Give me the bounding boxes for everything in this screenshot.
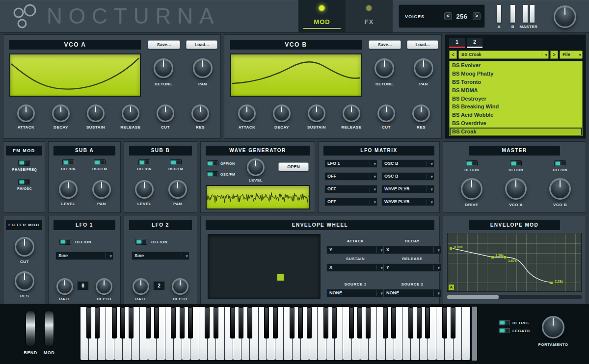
piano-black-key[interactable] (323, 307, 328, 338)
vco-b-pan-knob[interactable] (414, 58, 433, 78)
release-axis-select[interactable]: Y▾ (383, 263, 441, 272)
wave-gen-level-knob[interactable] (247, 158, 265, 176)
lfo-matrix-source-2[interactable]: OFF▾ (324, 172, 377, 181)
piano-black-key[interactable] (180, 307, 185, 338)
lfo-1-rate-value[interactable]: 8 (77, 281, 89, 290)
master-vcoa-knob[interactable] (505, 178, 527, 200)
envelope-handle-sustain[interactable] (504, 256, 507, 259)
preset-item[interactable]: BS MDMA (450, 86, 582, 95)
vco-b-load-button[interactable]: Load... (407, 40, 438, 49)
xy-pad-cursor[interactable] (277, 274, 284, 281)
source-1-select[interactable]: NONE▾ (326, 289, 384, 297)
master-vcoa-toggle[interactable] (510, 160, 522, 166)
piano-black-key[interactable] (264, 307, 269, 338)
piano-black-key[interactable] (273, 307, 278, 338)
piano-black-key[interactable] (366, 307, 371, 338)
vco-a-decay-knob[interactable] (52, 104, 70, 122)
piano-black-key[interactable] (298, 307, 303, 338)
vco-b-release-knob[interactable] (343, 104, 360, 122)
vco-a-detune-knob[interactable] (154, 58, 173, 78)
wave-gen-open-button[interactable]: OPEN (278, 162, 309, 171)
piano-black-key[interactable] (332, 307, 337, 338)
fader-master-right[interactable] (530, 5, 535, 23)
piano-black-key[interactable] (357, 307, 362, 338)
master-drive-toggle[interactable] (466, 160, 478, 166)
preset-item[interactable]: BS Overdrive (450, 119, 582, 128)
preset-item[interactable]: BS Evolver (450, 61, 582, 70)
lfo-matrix-source-1[interactable]: LFO 1▾ (324, 159, 377, 168)
tab-fx[interactable]: FX (346, 0, 393, 32)
preset-item[interactable]: BS Moog Phatty (450, 70, 582, 78)
sustain-axis-select[interactable]: X▾ (326, 263, 384, 272)
envelope-xy-pad[interactable] (208, 234, 321, 299)
vco-a-pan-knob[interactable] (193, 58, 213, 78)
filter-mod-res-knob[interactable] (15, 271, 34, 291)
lfo-matrix-dest-3[interactable]: WAVE PLYR▾ (381, 185, 434, 193)
preset-item[interactable]: BS Breaking Wind (450, 103, 582, 111)
preset-next-button[interactable]: > (550, 51, 558, 59)
lfo-1-rate-knob[interactable] (56, 278, 73, 295)
browser-tab-1[interactable]: 1 (449, 38, 465, 48)
piano-black-key[interactable] (417, 307, 422, 338)
piano-black-key[interactable] (391, 307, 396, 338)
phase-freq-toggle[interactable] (18, 160, 30, 166)
envelope-mod-graph[interactable]: 0.00s 1.26s 1.67s 2.28s A (447, 233, 582, 292)
legato-toggle[interactable] (499, 328, 510, 334)
vco-b-detune-knob[interactable] (375, 58, 394, 78)
fm-osc-toggle[interactable] (18, 179, 30, 185)
piano-black-key[interactable] (383, 307, 388, 338)
filter-mod-cut-knob[interactable] (15, 237, 34, 257)
sub-a-on-toggle[interactable] (62, 159, 74, 165)
fader-a[interactable] (497, 5, 501, 23)
fader-b[interactable] (510, 5, 515, 23)
vco-a-load-button[interactable]: Load... (186, 40, 217, 49)
vco-a-sustain-knob[interactable] (87, 104, 105, 122)
piano-keyboard[interactable] (80, 306, 471, 361)
piano-black-key[interactable] (188, 307, 193, 338)
piano-black-key[interactable] (214, 307, 218, 338)
retrig-toggle[interactable] (499, 320, 510, 326)
attack-axis-select[interactable]: Y▾ (326, 246, 384, 254)
vco-a-cut-knob[interactable] (157, 104, 174, 122)
piano-black-key[interactable] (205, 307, 210, 338)
sub-b-level-knob[interactable] (135, 180, 154, 199)
piano-black-key[interactable] (290, 307, 294, 338)
tab-mod[interactable]: MOD (298, 0, 346, 32)
preset-item-selected[interactable]: BS Croak (450, 128, 582, 136)
voices-increment-button[interactable]: > (473, 12, 481, 20)
lfo-matrix-source-3[interactable]: OFF▾ (324, 185, 377, 193)
portamento-knob[interactable] (542, 316, 564, 338)
sub-a-pan-knob[interactable] (92, 180, 111, 199)
lfo-1-wave-select[interactable]: Sine▾ (55, 252, 113, 260)
piano-black-key[interactable] (120, 307, 125, 338)
envelope-handle-release[interactable] (550, 281, 553, 285)
lfo-1-depth-knob[interactable] (96, 278, 112, 295)
master-drive-knob[interactable] (461, 178, 482, 200)
lfo-2-on-toggle[interactable] (135, 239, 147, 245)
lfo-1-on-toggle[interactable] (59, 239, 71, 245)
sub-b-oscfm-toggle[interactable] (170, 159, 182, 165)
browser-tab-2[interactable]: 2 (467, 38, 482, 48)
lfo-matrix-source-4[interactable]: OFF▾ (324, 198, 377, 206)
vco-b-decay-knob[interactable] (273, 104, 291, 122)
piano-black-key[interactable] (171, 307, 176, 338)
piano-black-key[interactable] (129, 307, 134, 338)
envelope-scrollbar-track[interactable] (447, 295, 582, 299)
preset-item[interactable]: BS Acid Wobble (450, 111, 582, 119)
sub-a-level-knob[interactable] (59, 180, 78, 199)
piano-black-key[interactable] (112, 307, 117, 338)
file-menu[interactable]: File ▾ (560, 51, 583, 59)
vco-b-cut-knob[interactable] (377, 104, 395, 122)
vco-a-res-knob[interactable] (191, 104, 209, 122)
lfo-2-depth-knob[interactable] (172, 278, 188, 295)
pitch-bend-wheel[interactable] (26, 310, 35, 347)
sub-b-on-toggle[interactable] (138, 159, 150, 165)
piano-black-key[interactable] (425, 307, 430, 338)
vco-b-sustain-knob[interactable] (308, 104, 325, 122)
preset-select[interactable]: BS Croak ▾ (458, 51, 549, 59)
sub-b-pan-knob[interactable] (168, 180, 187, 199)
piano-black-key[interactable] (307, 307, 312, 338)
lfo-matrix-dest-1[interactable]: OSC B▾ (381, 159, 434, 168)
vco-a-release-knob[interactable] (122, 104, 139, 122)
envelope-handle-start[interactable] (449, 247, 453, 250)
